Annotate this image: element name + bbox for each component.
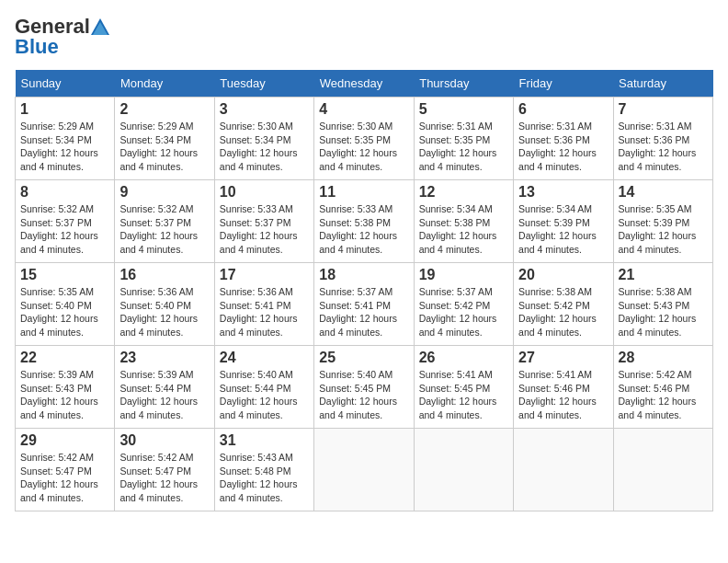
day-number: 19	[419, 267, 508, 283]
day-info: Sunrise: 5:41 AMSunset: 5:46 PMDaylight:…	[518, 368, 608, 422]
day-number: 17	[220, 267, 309, 283]
col-header-thursday: Thursday	[414, 70, 513, 98]
day-cell: 15Sunrise: 5:35 AMSunset: 5:40 PMDayligh…	[16, 263, 115, 346]
day-number: 6	[518, 101, 608, 118]
week-row-0: 1Sunrise: 5:29 AMSunset: 5:34 PMDaylight…	[16, 98, 713, 180]
day-info: Sunrise: 5:29 AMSunset: 5:34 PMDaylight:…	[119, 120, 209, 174]
day-number: 21	[619, 267, 708, 283]
day-cell: 25Sunrise: 5:40 AMSunset: 5:45 PMDayligh…	[314, 346, 414, 429]
day-info: Sunrise: 5:40 AMSunset: 5:44 PMDaylight:…	[220, 368, 309, 422]
day-info: Sunrise: 5:33 AMSunset: 5:38 PMDaylight:…	[319, 202, 408, 257]
day-info: Sunrise: 5:30 AMSunset: 5:34 PMDaylight:…	[220, 120, 309, 174]
day-info: Sunrise: 5:35 AMSunset: 5:39 PMDaylight:…	[619, 202, 708, 257]
day-number: 15	[20, 267, 109, 283]
day-number: 26	[419, 350, 508, 366]
day-number: 13	[518, 184, 608, 201]
day-cell: 14Sunrise: 5:35 AMSunset: 5:39 PMDayligh…	[613, 180, 712, 263]
day-number: 3	[220, 101, 309, 118]
logo-blue: Blue	[15, 35, 59, 59]
day-cell: 7Sunrise: 5:31 AMSunset: 5:36 PMDaylight…	[613, 98, 712, 180]
day-number: 2	[119, 101, 209, 118]
day-number: 10	[220, 184, 309, 201]
day-number: 1	[20, 101, 109, 118]
day-cell	[514, 429, 613, 511]
week-row-4: 29Sunrise: 5:42 AMSunset: 5:47 PMDayligh…	[16, 429, 713, 511]
day-cell: 4Sunrise: 5:30 AMSunset: 5:35 PMDaylight…	[314, 98, 414, 180]
day-number: 24	[220, 350, 309, 366]
day-cell: 5Sunrise: 5:31 AMSunset: 5:35 PMDaylight…	[414, 98, 513, 180]
day-info: Sunrise: 5:43 AMSunset: 5:48 PMDaylight:…	[220, 451, 309, 505]
day-cell: 1Sunrise: 5:29 AMSunset: 5:34 PMDaylight…	[16, 98, 115, 180]
day-cell	[314, 429, 414, 511]
col-header-wednesday: Wednesday	[314, 70, 414, 98]
day-info: Sunrise: 5:38 AMSunset: 5:42 PMDaylight:…	[518, 285, 608, 339]
day-cell: 31Sunrise: 5:43 AMSunset: 5:48 PMDayligh…	[214, 429, 313, 511]
logo-icon	[91, 18, 109, 35]
day-info: Sunrise: 5:38 AMSunset: 5:43 PMDaylight:…	[619, 285, 708, 339]
day-cell: 21Sunrise: 5:38 AMSunset: 5:43 PMDayligh…	[613, 263, 712, 346]
day-info: Sunrise: 5:36 AMSunset: 5:41 PMDaylight:…	[220, 285, 309, 339]
day-cell: 9Sunrise: 5:32 AMSunset: 5:37 PMDaylight…	[115, 180, 214, 263]
day-cell: 30Sunrise: 5:42 AMSunset: 5:47 PMDayligh…	[115, 429, 214, 511]
day-info: Sunrise: 5:39 AMSunset: 5:43 PMDaylight:…	[20, 368, 109, 422]
col-header-friday: Friday	[514, 70, 613, 98]
day-cell: 26Sunrise: 5:41 AMSunset: 5:45 PMDayligh…	[414, 346, 513, 429]
logo: General Blue	[15, 15, 110, 59]
day-number: 28	[619, 350, 708, 366]
col-header-saturday: Saturday	[613, 70, 712, 98]
day-info: Sunrise: 5:39 AMSunset: 5:44 PMDaylight:…	[119, 368, 209, 422]
day-cell: 17Sunrise: 5:36 AMSunset: 5:41 PMDayligh…	[214, 263, 313, 346]
day-cell: 2Sunrise: 5:29 AMSunset: 5:34 PMDaylight…	[115, 98, 214, 180]
day-cell: 13Sunrise: 5:34 AMSunset: 5:39 PMDayligh…	[514, 180, 613, 263]
day-cell: 8Sunrise: 5:32 AMSunset: 5:37 PMDaylight…	[16, 180, 115, 263]
day-info: Sunrise: 5:42 AMSunset: 5:47 PMDaylight:…	[20, 451, 109, 505]
day-number: 22	[20, 350, 109, 366]
day-cell: 20Sunrise: 5:38 AMSunset: 5:42 PMDayligh…	[514, 263, 613, 346]
day-cell	[414, 429, 513, 511]
day-cell: 22Sunrise: 5:39 AMSunset: 5:43 PMDayligh…	[16, 346, 115, 429]
day-cell: 28Sunrise: 5:42 AMSunset: 5:46 PMDayligh…	[613, 346, 712, 429]
day-cell: 19Sunrise: 5:37 AMSunset: 5:42 PMDayligh…	[414, 263, 513, 346]
page-header: General Blue	[15, 15, 713, 59]
day-info: Sunrise: 5:31 AMSunset: 5:35 PMDaylight:…	[419, 120, 508, 174]
day-cell: 10Sunrise: 5:33 AMSunset: 5:37 PMDayligh…	[214, 180, 313, 263]
day-number: 12	[419, 184, 508, 201]
col-header-tuesday: Tuesday	[214, 70, 313, 98]
day-info: Sunrise: 5:41 AMSunset: 5:45 PMDaylight:…	[419, 368, 508, 422]
week-row-3: 22Sunrise: 5:39 AMSunset: 5:43 PMDayligh…	[16, 346, 713, 429]
day-number: 20	[518, 267, 608, 283]
day-number: 14	[619, 184, 708, 201]
week-row-2: 15Sunrise: 5:35 AMSunset: 5:40 PMDayligh…	[16, 263, 713, 346]
calendar-table: SundayMondayTuesdayWednesdayThursdayFrid…	[15, 70, 713, 511]
day-cell: 16Sunrise: 5:36 AMSunset: 5:40 PMDayligh…	[115, 263, 214, 346]
day-info: Sunrise: 5:36 AMSunset: 5:40 PMDaylight:…	[119, 285, 209, 339]
day-number: 7	[619, 101, 708, 118]
day-info: Sunrise: 5:40 AMSunset: 5:45 PMDaylight:…	[319, 368, 408, 422]
day-info: Sunrise: 5:31 AMSunset: 5:36 PMDaylight:…	[619, 120, 708, 174]
day-info: Sunrise: 5:30 AMSunset: 5:35 PMDaylight:…	[319, 120, 408, 174]
day-number: 30	[119, 432, 209, 449]
day-info: Sunrise: 5:42 AMSunset: 5:46 PMDaylight:…	[619, 368, 708, 422]
day-cell: 24Sunrise: 5:40 AMSunset: 5:44 PMDayligh…	[214, 346, 313, 429]
day-info: Sunrise: 5:34 AMSunset: 5:39 PMDaylight:…	[518, 202, 608, 257]
day-info: Sunrise: 5:32 AMSunset: 5:37 PMDaylight:…	[119, 202, 209, 257]
day-number: 23	[119, 350, 209, 366]
day-number: 9	[119, 184, 209, 201]
col-header-sunday: Sunday	[16, 70, 115, 98]
day-info: Sunrise: 5:33 AMSunset: 5:37 PMDaylight:…	[220, 202, 309, 257]
day-info: Sunrise: 5:37 AMSunset: 5:41 PMDaylight:…	[319, 285, 408, 339]
day-cell: 29Sunrise: 5:42 AMSunset: 5:47 PMDayligh…	[16, 429, 115, 511]
day-cell: 3Sunrise: 5:30 AMSunset: 5:34 PMDaylight…	[214, 98, 313, 180]
day-cell	[613, 429, 712, 511]
day-number: 25	[319, 350, 408, 366]
day-number: 18	[319, 267, 408, 283]
day-info: Sunrise: 5:32 AMSunset: 5:37 PMDaylight:…	[20, 202, 109, 257]
day-cell: 23Sunrise: 5:39 AMSunset: 5:44 PMDayligh…	[115, 346, 214, 429]
day-info: Sunrise: 5:35 AMSunset: 5:40 PMDaylight:…	[20, 285, 109, 339]
day-number: 27	[518, 350, 608, 366]
day-number: 8	[20, 184, 109, 201]
day-number: 31	[220, 432, 309, 449]
day-cell: 6Sunrise: 5:31 AMSunset: 5:36 PMDaylight…	[514, 98, 613, 180]
day-number: 29	[20, 432, 109, 449]
day-cell: 11Sunrise: 5:33 AMSunset: 5:38 PMDayligh…	[314, 180, 414, 263]
